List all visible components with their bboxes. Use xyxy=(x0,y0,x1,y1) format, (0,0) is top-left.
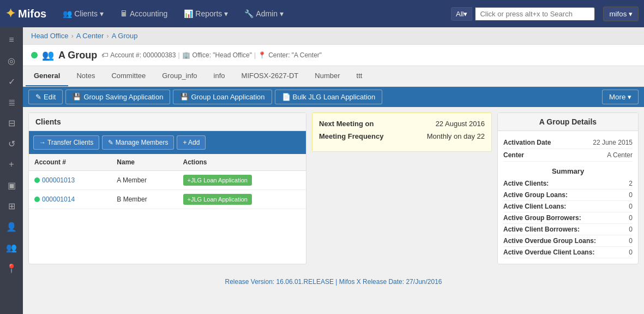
more-button[interactable]: More ▾ xyxy=(602,90,639,104)
summary-value: 0 xyxy=(629,248,633,256)
account-icon: 🏷 xyxy=(101,51,108,59)
admin-icon: 🔧 xyxy=(244,9,254,18)
office-icon: 🏢 xyxy=(182,51,190,59)
edit-button[interactable]: ✎ Edit xyxy=(28,90,63,104)
sidebar-icon-group[interactable]: 👥 xyxy=(2,238,21,257)
bulk-icon: 📄 xyxy=(282,93,291,101)
footer-text: Release Version: 16.06.01.RELEASE | Mifo… xyxy=(225,278,442,286)
summary-label: Active Group Loans: xyxy=(503,191,568,199)
nav-reports[interactable]: 📊 Reports▾ xyxy=(178,7,233,21)
meeting-freq-label: Meeting Frequency xyxy=(319,132,383,140)
summary-row: Active Client Borrowers: 0 xyxy=(503,224,633,235)
next-meeting-label: Next Meeting on xyxy=(319,120,374,128)
col-actions: Actions xyxy=(178,154,306,171)
summary-row: Active Overdue Client Loans: 0 xyxy=(503,247,633,258)
accounting-icon: 🖩 xyxy=(120,9,128,18)
center-label: Center xyxy=(503,151,524,159)
logo: ✦ Mifos xyxy=(5,7,46,21)
summary-rows: Active Clients: 2 Active Group Loans: 0 … xyxy=(503,178,633,258)
summary-label: Active Clients: xyxy=(503,180,549,187)
sidebar-icon-table[interactable]: ⊟ xyxy=(2,113,21,133)
tab-info[interactable]: info xyxy=(206,66,233,86)
center-value: A Center xyxy=(607,151,633,159)
tab-mifosx[interactable]: MIFOSX-2627-DT xyxy=(233,66,307,86)
summary-label: Active Client Borrowers: xyxy=(503,226,580,233)
sidebar: ≡ ◎ ✓ ≣ ⊟ ↺ + ▣ ⊞ 👤 👥 📍 xyxy=(0,27,23,314)
sidebar-icon-list[interactable]: ≣ xyxy=(2,92,21,112)
sidebar-icon-add[interactable]: + xyxy=(2,155,21,174)
group-header: 👥 A Group 🏷 Account #: 000000383 | 🏢 Off… xyxy=(23,45,644,66)
sidebar-icon-menu[interactable]: ≡ xyxy=(2,30,21,50)
summary-row: Active Overdue Group Loans: 0 xyxy=(503,235,633,247)
row-status-dot xyxy=(34,177,40,183)
meeting-freq-row: Meeting Frequency Monthly on day 22 xyxy=(319,132,485,140)
nav-accounting[interactable]: 🖩 Accounting xyxy=(115,7,173,21)
search-input[interactable] xyxy=(475,7,595,21)
group-saving-button[interactable]: 💾 Group Saving Application xyxy=(65,90,170,104)
action-cell: +JLG Loan Application xyxy=(178,190,306,209)
summary-value: 0 xyxy=(629,203,633,210)
sidebar-icon-folder[interactable]: ▣ xyxy=(2,175,21,195)
logo-text: Mifos xyxy=(18,8,46,20)
edit-icon: ✎ xyxy=(35,93,41,101)
sidebar-icon-grid[interactable]: ⊞ xyxy=(2,196,21,216)
summary-label: Active Overdue Group Loans: xyxy=(503,237,596,245)
summary-value: 0 xyxy=(629,226,633,233)
breadcrumb-head-office[interactable]: Head Office xyxy=(31,32,68,40)
logo-icon: ✦ xyxy=(5,7,15,21)
breadcrumb-a-group[interactable]: A Group xyxy=(112,32,138,40)
nav-clients[interactable]: 👥 Clients▾ xyxy=(57,7,109,21)
nav-admin[interactable]: 🔧 Admin▾ xyxy=(239,7,289,21)
tab-ttt[interactable]: ttt xyxy=(348,66,371,86)
sidebar-icon-check[interactable]: ✓ xyxy=(2,72,21,91)
group-icon: 👥 xyxy=(42,49,54,61)
transfer-clients-button[interactable]: → Transfer Clients xyxy=(33,135,99,150)
group-title: A Group xyxy=(58,50,97,61)
sidebar-icon-location[interactable]: 📍 xyxy=(2,258,21,278)
summary-label: Active Overdue Client Loans: xyxy=(503,248,594,256)
breadcrumb-a-center[interactable]: A Center xyxy=(76,32,104,40)
name-cell: A Member xyxy=(111,171,177,190)
summary-label: Active Client Loans: xyxy=(503,203,566,210)
account-link[interactable]: 000001014 xyxy=(34,195,106,203)
search-container: All▾ xyxy=(451,7,595,21)
bulk-jlg-button[interactable]: 📄 Bulk JLG Loan Application xyxy=(275,90,383,104)
sidebar-icon-refresh[interactable]: ↺ xyxy=(2,134,21,153)
summary-row: Active Group Borrowers: 0 xyxy=(503,212,633,224)
saving-icon: 💾 xyxy=(73,93,81,101)
tab-committee[interactable]: Committee xyxy=(103,66,154,86)
main-content: Head Office › A Center › A Group 👥 A Gro… xyxy=(23,27,644,314)
clients-panel: Clients → Transfer Clients ✎ Manage Memb… xyxy=(28,112,306,264)
add-button[interactable]: + Add xyxy=(177,135,206,150)
manage-members-button[interactable]: ✎ Manage Members xyxy=(102,135,174,150)
account-link[interactable]: 000001013 xyxy=(34,176,106,184)
jlg-loan-button[interactable]: +JLG Loan Application xyxy=(183,175,252,186)
tab-general[interactable]: General xyxy=(26,66,68,86)
next-meeting-value: 22 August 2016 xyxy=(436,120,485,128)
group-loan-button[interactable]: 💾 Group Loan Application xyxy=(173,90,272,104)
status-dot xyxy=(31,52,38,58)
breadcrumb-sep-1: › xyxy=(71,32,73,40)
summary-value: 0 xyxy=(629,191,633,199)
breadcrumb-sep-2: › xyxy=(106,32,109,40)
content-area: Clients → Transfer Clients ✎ Manage Memb… xyxy=(23,107,644,270)
summary-title: Summary xyxy=(503,167,633,175)
sidebar-icon-target[interactable]: ◎ xyxy=(2,51,21,70)
meeting-freq-value: Monthly on day 22 xyxy=(427,132,485,140)
tab-notes[interactable]: Notes xyxy=(68,66,103,86)
action-bar: ✎ Edit 💾 Group Saving Application 💾 Grou… xyxy=(23,87,644,107)
user-menu-button[interactable]: mifos ▾ xyxy=(603,7,639,21)
col-name: Name xyxy=(111,154,177,171)
name-cell: B Member xyxy=(111,190,177,209)
meeting-panel: Next Meeting on 22 August 2016 Meeting F… xyxy=(312,112,492,152)
clients-panel-title: Clients xyxy=(29,113,306,131)
jlg-loan-button[interactable]: +JLG Loan Application xyxy=(183,194,252,205)
top-navigation: ✦ Mifos 👥 Clients▾ 🖩 Accounting 📊 Report… xyxy=(0,0,644,27)
search-all-button[interactable]: All▾ xyxy=(451,7,472,21)
col-account: Account # xyxy=(29,154,111,171)
tab-number[interactable]: Number xyxy=(306,66,348,86)
clients-table: Account # Name Actions 000001013 A Membe… xyxy=(29,154,306,209)
summary-label: Active Group Borrowers: xyxy=(503,214,581,222)
sidebar-icon-user[interactable]: 👤 xyxy=(2,217,21,236)
tab-group-info[interactable]: Group_info xyxy=(154,66,205,86)
